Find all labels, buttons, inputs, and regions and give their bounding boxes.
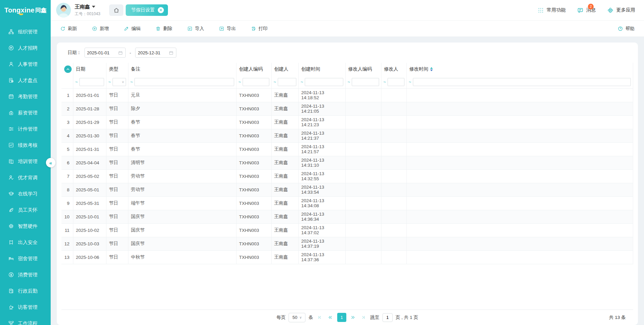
filter-input-created_at[interactable] [305, 78, 343, 86]
table-row[interactable]: 112025-10-02节日国庆节TXHN003王南鑫2024-11-13 14… [61, 223, 633, 237]
edit-button[interactable]: 编辑 [124, 26, 141, 32]
cell-modifier [381, 142, 406, 156]
cell-modifier [381, 183, 406, 196]
filter-input-modified_at[interactable] [413, 78, 631, 86]
cell-modifier [381, 129, 406, 142]
filter-operator[interactable]: ~ [301, 79, 303, 84]
plus-circle-button[interactable]: 新增 [92, 26, 109, 32]
quick-functions-button[interactable]: 常用功能 [538, 7, 566, 13]
next-page-button[interactable] [349, 313, 357, 322]
help-label: 帮助 [625, 26, 635, 32]
column-header-modified_at[interactable]: 修改时间 [406, 63, 633, 76]
more-apps-button[interactable]: 更多应用 [607, 7, 635, 13]
sidebar-item-recruit[interactable]: 人才招聘 [0, 40, 51, 56]
filter-cell-date: ~ [73, 76, 106, 88]
filter-input-modifier[interactable] [388, 78, 404, 86]
user-name[interactable]: 王南鑫 [75, 4, 100, 10]
refresh-button[interactable]: 刷新 [60, 26, 77, 32]
filter-operator[interactable]: ~ [239, 79, 241, 84]
date-to-input[interactable] [138, 50, 166, 55]
page-number-button[interactable]: 1 [337, 313, 346, 322]
first-page-button[interactable] [316, 313, 324, 322]
sidebar-item-dorm[interactable]: 宿舍管理 [0, 250, 51, 267]
table-row[interactable]: 82025-05-01节日劳动节TXHN003王南鑫2024-11-13 14:… [61, 183, 633, 196]
collapse-all-button[interactable] [64, 65, 72, 73]
cell-creator: 王南鑫 [271, 169, 298, 183]
sidebar-item-access[interactable]: 出入安全 [0, 234, 51, 250]
table-row[interactable]: 42025-01-30节日春节TXHN003王南鑫2024-11-13 14:2… [61, 129, 633, 142]
table-row[interactable]: 132025-10-06节日中秋节TXHN003王南鑫2024-11-13 14… [61, 250, 633, 264]
table-row[interactable]: 22025-01-28节日除夕TXHN003王南鑫2024-11-13 14:2… [61, 102, 633, 115]
sidebar-item-hardware[interactable]: 智慧硬件 [0, 218, 51, 234]
cell-creator_code: TXHN003 [236, 237, 271, 250]
filter-input-creator_code[interactable] [243, 78, 269, 86]
filter-cell-note: ~ [128, 76, 236, 88]
sidebar-item-visitor[interactable]: 访客管理 [0, 299, 51, 315]
tab-holiday-settings[interactable]: 节假日设置 ✕ [126, 4, 168, 16]
sidebar-item-person[interactable]: 人事管理 [0, 56, 51, 72]
filter-input-modifier_code[interactable] [352, 78, 379, 86]
table-row[interactable]: 122025-10-03节日国庆节TXHN003王南鑫2024-11-13 14… [61, 237, 633, 250]
toolbar-button-label: 打印 [258, 26, 268, 32]
avatar[interactable] [56, 3, 71, 18]
table-row[interactable]: 32025-01-29节日春节TXHN003王南鑫2024-11-13 14:2… [61, 115, 633, 129]
filter-operator[interactable]: ~ [383, 79, 386, 84]
filter-input-creator[interactable] [278, 78, 296, 86]
cell-creator_code: TXHN003 [236, 88, 271, 102]
table-row[interactable]: 12025-01-01节日元旦TXHN003王南鑫2024-11-13 14:1… [61, 88, 633, 102]
sidebar-item-consume[interactable]: 消费管理 [0, 267, 51, 283]
print-button[interactable]: 打印 [251, 26, 268, 32]
table-row[interactable]: 72025-05-02节日劳动节TXHN003王南鑫2024-11-13 14:… [61, 169, 633, 183]
sidebar-item-backcheck[interactable]: 优才背调 [0, 169, 51, 186]
per-page-select[interactable]: 50 ∨ [289, 313, 305, 322]
filter-operator[interactable]: ~ [348, 79, 350, 84]
cell-rownum: 4 [61, 129, 73, 142]
user-block: 王南鑫 工号：001043 [75, 4, 100, 17]
sidebar-item-admin[interactable]: 行政后勤 [0, 283, 51, 299]
toolbar-items: 刷新新增编辑删除导入导出打印 [60, 26, 268, 32]
filter-operator[interactable]: ~ [75, 79, 78, 84]
table-row[interactable]: 52025-01-31节日春节TXHN003王南鑫2024-11-13 14:2… [61, 142, 633, 156]
sidebar-item-chart[interactable]: 绩效考核 [0, 137, 51, 153]
sidebar-item-org[interactable]: 组织管理 [0, 24, 51, 40]
cell-type: 节日 [106, 102, 128, 115]
filter-input-date[interactable] [79, 78, 104, 86]
home-button[interactable] [109, 4, 123, 16]
prev-page-button[interactable] [327, 313, 334, 322]
export-button[interactable]: 导出 [219, 26, 236, 32]
date-from-input[interactable] [87, 50, 115, 55]
sidebar-item-salary[interactable]: 薪资管理 [0, 105, 51, 121]
sidebar-item-calendar[interactable]: 考勤管理 [0, 88, 51, 105]
tab-label: 节假日设置 [131, 7, 155, 13]
filter-operator[interactable]: ~ [409, 79, 412, 84]
trash-button[interactable]: 删除 [155, 26, 172, 32]
import-button[interactable]: 导入 [187, 26, 204, 32]
table-row[interactable]: 62025-04-04节日清明节TXHN003王南鑫2024-11-13 14:… [61, 156, 633, 169]
filter-operator[interactable]: ~ [274, 79, 276, 84]
cell-rownum: 9 [61, 196, 73, 210]
sidebar-item-workflow[interactable]: 工作流程 [0, 315, 51, 325]
cell-creator: 王南鑫 [271, 115, 298, 129]
jump-page-input[interactable] [382, 313, 393, 322]
filter-operator[interactable]: ~ [108, 79, 111, 84]
sidebar-item-sliders[interactable]: 计件管理 [0, 121, 51, 137]
sidebar-item-inventory[interactable]: 人才盘点 [0, 72, 51, 88]
help-button[interactable]: 帮助 [618, 26, 635, 32]
date-to-field[interactable] [135, 48, 176, 58]
filter-select-type[interactable]: ∨ [113, 78, 126, 86]
sidebar-collapse-button[interactable]: « [46, 158, 55, 167]
filter-operator[interactable]: ~ [130, 79, 133, 84]
sidebar-item-training[interactable]: 培训管理 [0, 153, 51, 169]
cell-date: 2025-10-06 [73, 250, 106, 264]
table-row[interactable]: 102025-10-01节日国庆节TXHN003王南鑫2024-11-13 14… [61, 210, 633, 223]
date-from-field[interactable] [84, 48, 126, 58]
messages-button[interactable]: 消息 2 [577, 7, 596, 13]
table-row[interactable]: 92025-05-31节日端午节TXHN003王南鑫2024-11-13 14:… [61, 196, 633, 210]
sort-icon[interactable] [430, 67, 433, 71]
user-caret-icon [92, 6, 95, 8]
tab-close-icon[interactable]: ✕ [158, 7, 164, 13]
filter-input-note[interactable] [134, 78, 234, 86]
sidebar-item-care[interactable]: 员工关怀 [0, 202, 51, 218]
sidebar-item-study[interactable]: 在线学习 [0, 186, 51, 202]
last-page-button[interactable] [360, 313, 367, 322]
